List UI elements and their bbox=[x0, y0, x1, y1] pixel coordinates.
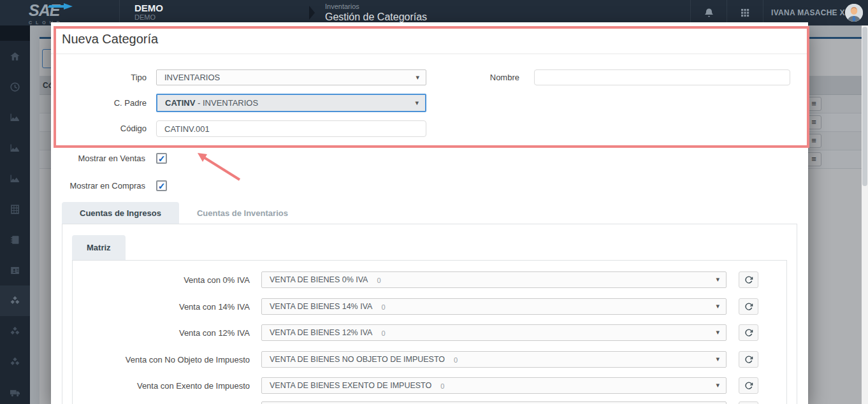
mostrar-compras-checkbox[interactable]: ✓ bbox=[156, 180, 167, 191]
count-badge: 0 bbox=[454, 356, 458, 364]
matrix-row-label: Venta con No Objeto de Impuesto bbox=[73, 351, 250, 368]
notifications-button[interactable] bbox=[690, 0, 727, 25]
matriz-panel: Venta con 0% IVA VENTA DE BIENES 0% IVA0… bbox=[72, 260, 787, 404]
matrix-row: Venta con 0% IVA VENTA DE BIENES 0% IVA0… bbox=[73, 271, 787, 289]
mostrar-compras-label: Mostrar en Compras bbox=[62, 180, 145, 191]
scrollbar-thumb[interactable] bbox=[862, 27, 867, 186]
cuenta-select[interactable]: VENTA DE BIENES 0% IVA0 ▾ bbox=[261, 271, 727, 288]
chevron-down-icon: ▾ bbox=[716, 355, 720, 363]
brand-logo[interactable]: SAE CLOUD bbox=[0, 0, 119, 25]
refresh-button[interactable] bbox=[739, 298, 758, 315]
matrix-row-partial bbox=[73, 401, 787, 404]
chevron-down-icon: ▾ bbox=[716, 275, 720, 284]
cuenta-select[interactable] bbox=[261, 401, 727, 404]
apps-grid-icon bbox=[739, 7, 751, 18]
codigo-input[interactable] bbox=[156, 120, 426, 137]
company-name: DEMO bbox=[134, 3, 310, 13]
mostrar-ventas-label: Mostrar en Ventas bbox=[62, 153, 145, 164]
chevron-down-icon: ▾ bbox=[716, 328, 720, 336]
matrix-row: Venta con No Objeto de Impuesto VENTA DE… bbox=[73, 351, 787, 368]
modal-tabs: Cuentas de Ingresos Cuentas de Inventari… bbox=[62, 202, 306, 224]
avatar[interactable] bbox=[845, 4, 863, 22]
matrix-row: Venta con 12% IVA VENTA DE BIENES 12% IV… bbox=[73, 324, 787, 342]
tipo-label: Tipo bbox=[62, 69, 147, 85]
codigo-label: Código bbox=[62, 120, 147, 137]
apps-menu-button[interactable] bbox=[727, 0, 763, 25]
chevron-down-icon: ▾ bbox=[716, 302, 720, 310]
matrix-row: Venta con 14% IVA VENTA DE BIENES 14% IV… bbox=[73, 298, 787, 315]
breadcrumb-chevron-icon bbox=[309, 6, 315, 20]
refresh-button[interactable] bbox=[739, 324, 758, 341]
nueva-categoria-modal: Nueva Categoría Tipo INVENTARIOS ▾ Nombr… bbox=[51, 22, 808, 404]
page-title: Gestión de Categorías bbox=[325, 11, 427, 23]
refresh-button[interactable] bbox=[739, 377, 758, 394]
refresh-icon bbox=[744, 381, 753, 390]
company-subtitle: DEMO bbox=[134, 13, 310, 22]
c-padre-select[interactable]: CATINV - INVENTARIOS ▾ bbox=[156, 94, 426, 112]
tipo-select[interactable]: INVENTARIOS ▾ bbox=[156, 69, 426, 85]
nombre-input[interactable] bbox=[534, 69, 790, 85]
app-screen: SAE CLOUD DEMO DEMO Inventarios Gestión … bbox=[0, 0, 868, 404]
count-badge: 0 bbox=[377, 277, 380, 284]
logo-text: SAE bbox=[29, 1, 59, 19]
tab-cuentas-de-inventarios[interactable]: Cuentas de Inventarios bbox=[179, 202, 306, 224]
refresh-button[interactable] bbox=[739, 271, 758, 288]
breadcrumb-section: Inventarios bbox=[325, 3, 427, 11]
matrix-row-label: Venta con 14% IVA bbox=[73, 298, 250, 315]
cuentas-ingresos-panel: Matriz Venta con 0% IVA VENTA DE BIENES … bbox=[62, 224, 797, 404]
logo-arrowhead-icon bbox=[64, 3, 73, 10]
refresh-icon bbox=[744, 328, 753, 337]
matrix-row-label: Venta con Exento de Impuesto bbox=[73, 377, 250, 394]
cuenta-select[interactable]: VENTA DE BIENES 14% IVA0 ▾ bbox=[261, 298, 727, 315]
page-scrollbar[interactable] bbox=[862, 25, 868, 404]
chevron-down-icon: ▾ bbox=[415, 98, 419, 106]
matrix-row-label: Venta con 0% IVA bbox=[73, 271, 250, 289]
nombre-label: Nombre bbox=[446, 69, 519, 85]
top-navbar: SAE CLOUD DEMO DEMO Inventarios Gestión … bbox=[0, 0, 868, 25]
tab-matriz[interactable]: Matriz bbox=[72, 235, 126, 260]
refresh-icon bbox=[744, 355, 753, 364]
count-badge: 0 bbox=[381, 329, 385, 337]
cuenta-select[interactable]: VENTA DE BIENES EXENTO DE IMPUESTO0 ▾ bbox=[261, 377, 727, 394]
user-menu[interactable]: IVANA MASACHE X bbox=[763, 0, 868, 25]
refresh-icon bbox=[744, 275, 753, 284]
refresh-button[interactable] bbox=[739, 401, 758, 404]
user-name: IVANA MASACHE X bbox=[771, 8, 845, 17]
count-badge: 0 bbox=[440, 382, 444, 390]
c-padre-label: C. Padre bbox=[62, 94, 147, 112]
cuenta-select[interactable]: VENTA DE BIENES NO OBJETO DE IMPUESTO0 ▾ bbox=[261, 351, 727, 368]
count-badge: 0 bbox=[381, 303, 385, 311]
cuenta-select[interactable]: VENTA DE BIENES 12% IVA0 ▾ bbox=[261, 324, 727, 341]
bell-icon bbox=[703, 7, 715, 19]
chevron-down-icon: ▾ bbox=[416, 73, 419, 81]
company-selector[interactable]: DEMO DEMO bbox=[119, 0, 310, 25]
chevron-down-icon: ▾ bbox=[716, 381, 720, 389]
avatar-image bbox=[845, 4, 863, 22]
tab-cuentas-de-ingresos[interactable]: Cuentas de Ingresos bbox=[62, 202, 179, 224]
refresh-icon bbox=[744, 302, 753, 311]
matrix-row: Venta con Exento de Impuesto VENTA DE BI… bbox=[73, 377, 787, 394]
divider bbox=[51, 54, 808, 54]
mostrar-ventas-checkbox[interactable]: ✓ bbox=[156, 153, 167, 164]
breadcrumb: Inventarios Gestión de Categorías bbox=[325, 3, 427, 23]
modal-title: Nueva Categoría bbox=[62, 32, 158, 47]
refresh-button[interactable] bbox=[739, 351, 758, 368]
matrix-row-label: Venta con 12% IVA bbox=[73, 324, 250, 342]
